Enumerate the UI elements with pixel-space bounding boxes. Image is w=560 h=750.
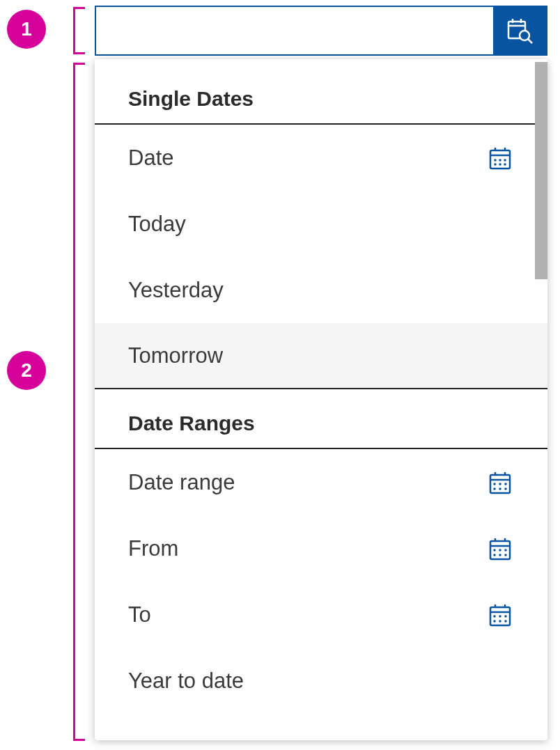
date-input-row <box>95 6 547 56</box>
annotation-bracket-1 <box>73 7 75 54</box>
date-picker-panel: Single Dates Date <box>95 6 547 744</box>
option-today[interactable]: Today <box>95 191 547 257</box>
svg-point-44 <box>499 620 501 623</box>
group-header-date-ranges: Date Ranges <box>95 389 547 449</box>
svg-point-13 <box>494 163 497 166</box>
option-from[interactable]: From <box>95 515 547 581</box>
option-tomorrow[interactable]: Tomorrow <box>95 323 547 389</box>
svg-point-22 <box>504 483 507 485</box>
option-label: From <box>128 536 178 561</box>
annotation-bracket-2 <box>73 63 75 741</box>
svg-point-21 <box>499 483 501 485</box>
svg-point-45 <box>504 620 507 623</box>
calendar-search-icon <box>506 17 534 45</box>
option-label: Date <box>128 146 173 171</box>
svg-point-10 <box>494 159 497 162</box>
option-label: Today <box>128 212 186 237</box>
svg-point-43 <box>493 620 496 623</box>
svg-point-35 <box>504 554 507 556</box>
svg-point-31 <box>499 549 501 552</box>
option-label: Year to date <box>128 669 244 694</box>
date-options-dropdown: Single Dates Date <box>95 59 547 740</box>
svg-point-14 <box>499 163 501 166</box>
svg-point-23 <box>493 487 496 490</box>
svg-point-42 <box>504 615 507 618</box>
svg-point-40 <box>493 615 496 618</box>
option-label: Date range <box>128 470 235 495</box>
svg-point-32 <box>504 549 507 552</box>
svg-point-12 <box>504 159 506 162</box>
annotation-badge-1: 1 <box>7 10 46 49</box>
svg-point-30 <box>493 549 496 552</box>
svg-point-41 <box>499 615 501 618</box>
svg-point-15 <box>504 163 506 166</box>
svg-point-24 <box>499 487 501 490</box>
option-label: Yesterday <box>128 278 224 303</box>
calendar-single-icon <box>486 144 514 172</box>
svg-line-5 <box>528 39 532 43</box>
group-header-single-dates: Single Dates <box>95 59 547 125</box>
svg-point-20 <box>493 483 496 485</box>
option-label: To <box>128 602 151 627</box>
option-label: Tomorrow <box>128 343 223 368</box>
date-picker-button[interactable] <box>493 7 546 54</box>
option-date[interactable]: Date <box>95 125 547 191</box>
svg-point-33 <box>493 554 496 556</box>
svg-point-11 <box>499 159 501 162</box>
calendar-range-icon <box>486 469 514 497</box>
svg-point-25 <box>504 487 507 490</box>
option-year-to-date[interactable]: Year to date <box>95 648 547 714</box>
svg-point-4 <box>520 31 529 40</box>
date-input[interactable] <box>96 7 493 54</box>
scrollbar[interactable] <box>535 62 547 279</box>
calendar-range-icon <box>486 601 514 629</box>
option-yesterday[interactable]: Yesterday <box>95 257 547 323</box>
calendar-range-icon <box>486 535 514 563</box>
svg-point-34 <box>499 554 501 556</box>
option-date-range[interactable]: Date range <box>95 449 547 515</box>
option-to[interactable]: To <box>95 581 547 648</box>
annotation-badge-2: 2 <box>7 351 46 390</box>
